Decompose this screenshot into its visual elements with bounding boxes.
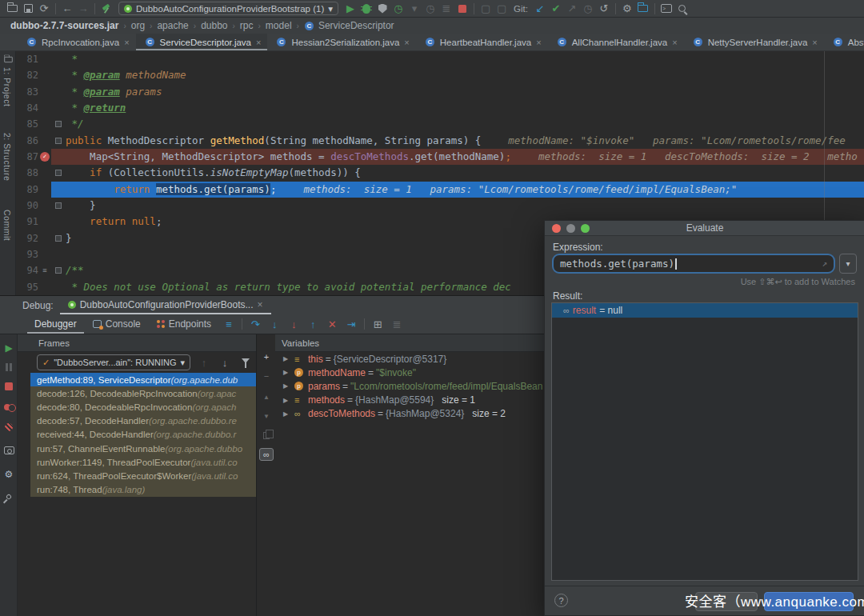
hamburger-icon[interactable]: ≡ xyxy=(220,317,238,331)
gutter-icon-slot[interactable] xyxy=(38,51,51,67)
frame-row[interactable]: decode:57, DecodeHandler (org.apache.dub… xyxy=(30,414,256,428)
tab-endpoints[interactable]: Endpoints xyxy=(150,314,218,334)
editor-tab[interactable]: CHessian2Serialization.java× xyxy=(267,34,415,50)
expand-chevron-icon[interactable]: ▶ xyxy=(283,410,294,418)
code-line[interactable]: 88 if (CollectionUtils.isNotEmptyMap(met… xyxy=(16,165,864,181)
view-table-icon[interactable]: ⊞ xyxy=(369,317,386,331)
result-row[interactable]: ∞ result = null xyxy=(552,303,858,318)
drop-frame-icon[interactable]: ✕ xyxy=(323,317,341,331)
close-icon[interactable]: × xyxy=(256,38,261,47)
editor-tab[interactable]: CAbstractPeer.java× xyxy=(824,34,864,50)
profiler-icon[interactable]: ◷ xyxy=(391,2,406,16)
code-line[interactable]: 87✓ Map<String, MethodDescriptor> method… xyxy=(16,149,864,165)
frame-row[interactable]: runWorker:1149, ThreadPoolExecutor (java… xyxy=(30,455,256,469)
close-icon[interactable]: × xyxy=(404,38,409,47)
frame-row[interactable]: run:624, ThreadPoolExecutor$Worker (java… xyxy=(30,469,256,482)
build-hammer-icon[interactable] xyxy=(99,2,114,16)
gutter-icon-slot[interactable] xyxy=(38,116,51,132)
tab-debugger[interactable]: Debugger xyxy=(27,314,84,334)
code-line[interactable]: 86public MethodDescriptor getMethod(Stri… xyxy=(16,133,864,149)
run-config-selector[interactable]: DubboAutoConfigurationProviderBootstrap … xyxy=(118,2,338,15)
frame-row[interactable]: received:44, DecodeHandler (org.apache.d… xyxy=(30,428,256,442)
fold-marker[interactable] xyxy=(51,198,66,214)
help-icon[interactable]: ? xyxy=(554,594,568,607)
close-icon[interactable]: × xyxy=(672,38,677,47)
editor-tab[interactable]: CHeartbeatHandler.java× xyxy=(416,34,548,50)
expression-input[interactable]: methods.get(params) ↗ xyxy=(552,254,835,274)
expand-editor-icon[interactable]: ↗ xyxy=(822,258,827,269)
fold-marker[interactable] xyxy=(51,262,66,278)
code-line[interactable]: 84 * @return xyxy=(16,100,864,116)
git-update-icon[interactable]: ↙ xyxy=(533,2,547,16)
close-icon[interactable]: × xyxy=(812,38,817,47)
gutter-icon-slot[interactable] xyxy=(38,214,51,230)
code-line[interactable]: 81 * xyxy=(16,51,864,67)
fold-marker[interactable] xyxy=(51,165,66,181)
breadcrumb-item[interactable]: dubbo xyxy=(198,20,230,31)
step-out-icon[interactable]: ↑ xyxy=(304,317,322,331)
gutter-icon-slot[interactable]: ≡ xyxy=(38,262,51,278)
close-icon[interactable]: × xyxy=(536,38,541,47)
expand-chevron-icon[interactable]: ▶ xyxy=(283,355,294,362)
view-breakpoints-icon[interactable] xyxy=(2,400,16,414)
debug-icon[interactable] xyxy=(359,2,374,16)
editor-tab[interactable]: CAllChannelHandler.java× xyxy=(548,34,684,50)
add-watch-icon[interactable]: + xyxy=(259,350,274,363)
close-icon[interactable]: × xyxy=(124,38,129,47)
pause-icon[interactable] xyxy=(2,360,16,374)
tool-button-structure[interactable]: 2: Structure xyxy=(2,133,12,181)
stop-icon[interactable] xyxy=(455,2,470,16)
thread-dump-icon[interactable] xyxy=(2,443,16,458)
sync-icon[interactable]: ⟳ xyxy=(37,2,51,16)
fold-marker[interactable] xyxy=(51,133,66,149)
gutter-icon-slot[interactable] xyxy=(38,133,51,149)
force-step-into-icon[interactable]: ↓ xyxy=(285,317,302,331)
mute-breakpoints-icon[interactable] xyxy=(2,420,16,434)
code-line[interactable]: 82 * @param methodName xyxy=(16,67,864,83)
expression-history-dropdown[interactable]: ▾ xyxy=(839,254,857,274)
frame-row[interactable]: decode:126, DecodeableRpcInvocation (org… xyxy=(30,386,256,400)
gutter-icon-slot[interactable] xyxy=(38,100,51,116)
code-line[interactable]: 83 * @param params xyxy=(16,84,864,100)
duplicate-watch-icon[interactable] xyxy=(259,429,274,442)
search-icon[interactable] xyxy=(675,2,690,16)
project-tool-icon[interactable] xyxy=(2,53,14,66)
save-all-icon[interactable] xyxy=(21,2,35,16)
run-icon[interactable]: ▶ xyxy=(343,2,358,16)
back-icon[interactable]: ← xyxy=(60,2,74,16)
gutter-icon-slot[interactable] xyxy=(38,84,51,100)
forward-icon[interactable]: → xyxy=(76,2,90,16)
git-push-icon[interactable]: ↗ xyxy=(565,2,579,16)
code-line[interactable]: 85 */ xyxy=(16,116,864,132)
gutter-icon-slot[interactable] xyxy=(38,67,51,83)
gutter-icon-slot[interactable] xyxy=(38,246,51,262)
breadcrumb-item[interactable]: ServiceDescriptor xyxy=(316,20,397,31)
add-window-icon[interactable]: ▢ xyxy=(494,2,509,16)
fold-marker[interactable] xyxy=(51,116,66,132)
editor-tab[interactable]: CNettyServerHandler.java× xyxy=(684,34,824,50)
frame-row[interactable]: getMethod:89, ServiceDescriptor (org.apa… xyxy=(30,373,256,386)
tool-button-project[interactable]: 1: Project xyxy=(2,67,12,106)
attach-debugger-icon[interactable]: ◷ xyxy=(423,2,438,16)
filter-frames-icon[interactable] xyxy=(238,355,253,370)
expand-chevron-icon[interactable]: ▶ xyxy=(283,369,294,376)
history-icon[interactable]: ◷ xyxy=(581,2,595,16)
thread-selector[interactable]: ✓ "DubboServer...ain": RUNNING ▾ xyxy=(37,354,190,370)
resume-icon[interactable]: ▶ xyxy=(2,341,16,355)
undo-icon[interactable]: ↺ xyxy=(597,2,611,16)
coverage-icon[interactable] xyxy=(375,2,390,16)
profiler-chevron-icon[interactable]: ▾ xyxy=(407,2,422,16)
frame-row[interactable]: decode:80, DecodeableRpcInvocation (org.… xyxy=(30,400,256,414)
run-to-cursor-icon[interactable]: ⇥ xyxy=(342,317,360,331)
breadcrumb-item[interactable]: model xyxy=(263,20,294,31)
editor-tab[interactable]: CServiceDescriptor.java× xyxy=(136,34,268,50)
open-project-icon[interactable] xyxy=(5,2,19,16)
close-icon[interactable]: × xyxy=(258,299,263,310)
gutter-icon-slot[interactable]: ✓ xyxy=(38,149,51,165)
move-up-icon[interactable]: ▲ xyxy=(259,390,274,403)
dialog-titlebar[interactable]: Evaluate xyxy=(545,221,864,236)
gutter-icon-slot[interactable] xyxy=(38,279,51,295)
expand-chevron-icon[interactable]: ▶ xyxy=(283,382,294,390)
run-anything-icon[interactable]: ≣ xyxy=(439,2,454,16)
terminal-icon[interactable]: > xyxy=(659,2,674,16)
